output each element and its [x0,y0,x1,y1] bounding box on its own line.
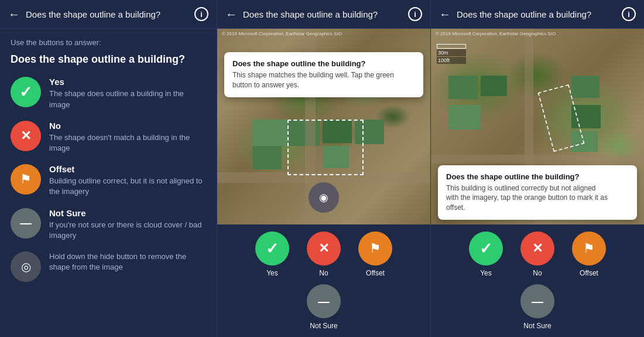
middle-buttons-row1: Yes No Offset [217,224,430,282]
right-road-h [431,155,644,164]
right-not-sure-btn[interactable] [520,284,554,318]
middle-no-wrapper: No [307,232,341,277]
middle-flag-icon [369,241,381,256]
right-tooltip-title: Does the shape outline the building? [446,172,608,181]
middle-no-btn[interactable] [307,232,341,265]
right-tooltip: Does the shape outline the building? Thi… [438,165,637,220]
right-no-label: No [533,269,542,277]
middle-no-label: No [319,269,328,277]
right-no-btn[interactable] [520,232,554,265]
scale-bar-meters [437,44,466,49]
no-button[interactable] [11,121,41,151]
answer-option-not-sure: Not Sure If you're not sure or there is … [11,208,206,241]
not-sure-label: Not Sure [49,208,206,218]
right-copyright: © 2019 Microsoft Corporation, Earthstar … [436,31,556,36]
answer-option-yes: Yes The shape does outline a building in… [11,77,206,110]
middle-image-container: © 2019 Microsoft Corporation, Earthstar … [217,29,430,224]
offset-desc: Building outline correct, but it is not … [49,176,206,197]
middle-yes-label: Yes [266,269,278,277]
hide-button[interactable] [11,251,41,282]
scale-meters: 30m [437,49,466,56]
offset-button[interactable] [11,164,41,195]
right-image-container: © 2019 Microsoft Corporation, Earthstar … [431,29,644,224]
right-header-title: Does the shape outline a building? [457,9,616,19]
middle-offset-label: Offset [366,269,385,277]
yes-desc: The shape does outline a building in the… [49,88,206,110]
middle-header-title: Does the shape outline a building? [243,9,402,19]
middle-tooltip: Does the shape outline the building? Thi… [224,52,423,97]
no-text: No The shape doesn't match a building in… [49,121,206,154]
building-sim-2 [252,146,282,169]
right-yes-wrapper: Yes [469,232,503,277]
middle-not-sure-wrapper: Not Sure [307,284,341,330]
answer-option-offset: Offset Building outline correct, but it … [11,164,206,197]
right-not-sure-wrapper: Not Sure [520,284,554,330]
middle-not-sure-btn[interactable] [307,284,341,318]
right-yes-btn[interactable] [469,232,503,265]
check-icon [19,83,32,101]
dash-icon [20,216,32,230]
hide-text: Hold down the hide button to remove the … [49,251,206,273]
right-bldg-4 [571,76,600,98]
middle-not-sure-label: Not Sure [310,322,337,330]
right-bldg-3 [448,105,481,130]
left-content: Use the buttons to answer: Does the shap… [0,29,217,337]
right-not-sure-label: Not Sure [523,322,551,330]
middle-x-icon [318,241,329,256]
hand-pointer-icon-middle: ☜ [400,58,415,77]
hide-button-overlay-middle[interactable]: ◉ [309,182,339,213]
hand-pointer-icon-right: ☜ [614,171,629,190]
scale-indicator: 30m 100ft [437,44,466,64]
not-sure-button[interactable] [11,208,41,239]
middle-dash-icon [318,295,330,308]
right-dash-icon [532,295,543,308]
offset-label: Offset [49,164,206,174]
middle-yes-btn[interactable] [255,232,289,265]
right-bldg-1 [448,76,478,99]
info-icon-left[interactable]: i [194,7,208,21]
offset-text: Offset Building outline correct, but it … [49,164,206,197]
instruction-text: Use the buttons to answer: [11,38,206,47]
middle-buttons-row2: Not Sure [217,282,430,337]
right-no-wrapper: No [520,232,554,277]
middle-tooltip-text: Does the shape outline the building? Thi… [232,59,395,90]
middle-tooltip-title: Does the shape outline the building? [232,59,395,68]
no-label: No [49,121,206,131]
not-sure-text: Not Sure If you're not sure or there is … [49,208,206,241]
middle-check-icon [266,240,279,258]
info-icon-right[interactable]: i [622,7,636,21]
right-offset-label: Offset [580,269,598,277]
middle-tooltip-desc: This shape matches the building well. Ta… [232,70,395,90]
info-icon-middle[interactable]: i [408,7,422,21]
back-icon-right[interactable]: ← [439,8,451,21]
left-header: ← Does the shape outline a building? i [0,0,217,29]
building-sim-1 [252,120,287,146]
right-buttons-row2: Not Sure [431,282,644,337]
not-sure-desc: If you're not sure or there is cloud cov… [49,220,206,241]
middle-offset-wrapper: Offset [358,232,392,277]
back-icon-middle[interactable]: ← [225,8,237,21]
right-offset-wrapper: Offset [572,232,606,277]
right-header: ← Does the shape outline a building? i [431,0,644,29]
eye-slash-icon-middle: ◉ [319,191,328,204]
right-flag-icon [583,241,595,256]
right-bldg-2 [481,76,507,96]
back-icon[interactable]: ← [8,8,20,21]
building-outline-middle [287,120,364,175]
middle-offset-btn[interactable] [358,232,392,265]
scale-feet: 100ft [437,57,466,64]
yes-button[interactable] [11,77,41,107]
right-offset-btn[interactable] [572,232,606,265]
right-yes-label: Yes [480,269,492,277]
eye-off-icon [21,260,31,274]
flag-icon [20,172,32,187]
right-tooltip-desc: This building is outlined correctly but … [446,183,608,213]
middle-panel: ← Does the shape outline a building? i ©… [217,0,430,337]
yes-label: Yes [49,77,206,87]
left-header-title: Does the shape outline a building? [26,9,189,19]
right-panel: ← Does the shape outline a building? i ©… [430,0,644,337]
x-icon [20,128,31,144]
yes-text: Yes The shape does outline a building in… [49,77,206,110]
right-check-icon [479,240,492,258]
middle-yes-wrapper: Yes [255,232,289,277]
